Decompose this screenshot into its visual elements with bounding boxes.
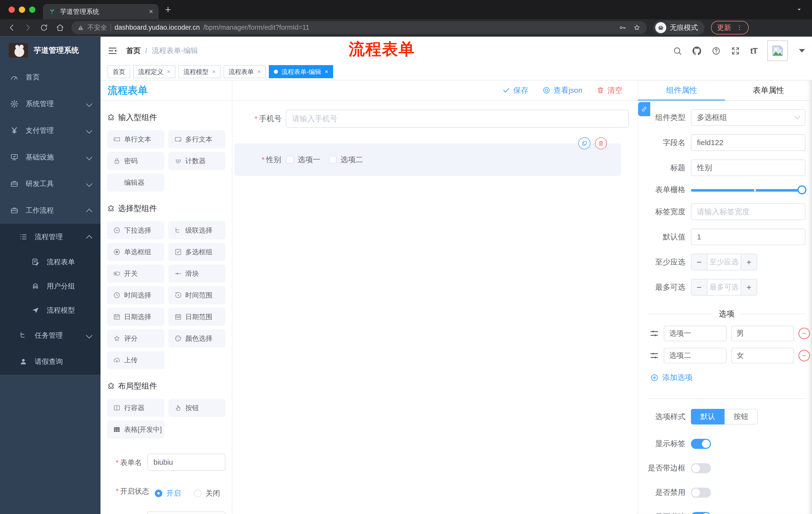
title-input[interactable] [691, 159, 806, 176]
style-button-button[interactable]: 按钮 [725, 409, 758, 425]
canvas-field-phone[interactable]: 手机号 请输入手机号 [232, 110, 629, 128]
copy-component-button[interactable] [578, 137, 590, 150]
gender-option-2[interactable]: 选项二 [329, 155, 363, 165]
border-toggle[interactable] [691, 463, 711, 473]
fullscreen-icon[interactable] [731, 46, 740, 56]
sidebar-item-leave-query[interactable]: 请假查询 [0, 349, 100, 375]
tag-process-definition[interactable]: 流程定义× [133, 65, 175, 78]
github-icon[interactable] [692, 46, 701, 56]
font-size-icon[interactable]: tT [750, 46, 757, 56]
palette-item-rate[interactable]: 评分 [107, 329, 164, 348]
forward-icon[interactable] [24, 23, 32, 32]
palette-item-single-text[interactable]: 单行文本 [107, 130, 164, 148]
zoom-window-button[interactable] [29, 6, 35, 13]
palette-item-select[interactable]: 下拉选择 [107, 221, 164, 239]
sidebar-item-user-group[interactable]: 用户分组 [0, 274, 100, 298]
window-controls[interactable] [8, 6, 35, 13]
tag-process-form-edit[interactable]: 流程表单-编辑× [269, 65, 333, 78]
user-menu-caret-icon[interactable] [799, 49, 805, 53]
decrease-button[interactable]: − [691, 279, 707, 295]
checkbox[interactable] [286, 156, 294, 163]
status-radio-off[interactable]: 关闭 [194, 488, 220, 498]
remark-textarea[interactable]: 嘿嘿 [147, 512, 225, 514]
palette-item-checkbox-group[interactable]: 多选框组 [168, 243, 226, 261]
sidebar-item-devtools[interactable]: 研发工具 [0, 170, 100, 197]
palette-item-counter[interactable]: 123计数器 [168, 152, 226, 170]
status-radio-on[interactable]: 开启 [155, 488, 181, 498]
close-icon[interactable]: × [257, 68, 261, 75]
option-1-label-input[interactable] [664, 326, 727, 341]
sidebar-item-system[interactable]: 系统管理 [0, 90, 100, 117]
add-option-button[interactable]: 添加选项 [650, 373, 812, 383]
default-value-input[interactable] [691, 228, 806, 245]
show-label-toggle[interactable] [691, 439, 711, 449]
drag-handle-icon[interactable] [649, 351, 659, 360]
sidebar-item-process-model[interactable]: 流程模型 [0, 298, 100, 322]
back-icon[interactable] [7, 23, 16, 32]
sidebar-item-process-form[interactable]: 流程表单 [0, 250, 100, 274]
option-2-label-input[interactable] [664, 348, 727, 363]
disabled-toggle[interactable] [691, 488, 711, 498]
save-button[interactable]: 保存 [502, 85, 528, 96]
bookmark-star-icon[interactable] [633, 24, 641, 31]
field-name-input[interactable] [691, 134, 806, 151]
update-button[interactable]: 更新 [711, 21, 749, 34]
tag-process-form[interactable]: 流程表单× [224, 65, 266, 78]
max-select-value[interactable]: 最多可选 [707, 279, 741, 295]
option-2-value-input[interactable] [731, 348, 794, 363]
style-default-button[interactable]: 默认 [691, 409, 725, 425]
canvas-field-gender-selected[interactable]: 性别 选项一 选项二 [234, 143, 621, 176]
help-icon[interactable] [712, 46, 721, 56]
remove-option-button[interactable]: − [799, 328, 810, 339]
home-icon[interactable] [56, 23, 64, 32]
palette-item-button[interactable]: 按钮 [168, 399, 226, 417]
palette-item-date-picker[interactable]: 日期选择 [107, 308, 164, 326]
tab-form-props[interactable]: 表单属性 [725, 80, 812, 100]
browser-menu-icon[interactable] [736, 24, 743, 31]
tab-search-caret-icon[interactable] [795, 6, 803, 13]
sidebar-item-task-mgmt[interactable]: 任务管理 [0, 322, 100, 349]
avatar[interactable] [767, 40, 788, 61]
close-icon[interactable]: × [325, 68, 328, 75]
minimize-window-button[interactable] [19, 6, 25, 13]
close-icon[interactable]: × [212, 68, 215, 75]
gender-option-1[interactable]: 选项一 [286, 155, 320, 165]
required-toggle[interactable] [691, 512, 711, 514]
sidebar-collapse-icon[interactable] [108, 46, 118, 56]
address-bar[interactable]: 不安全 dashboard.yudao.iocoder.cn/bpm/manag… [71, 21, 647, 34]
palette-item-slider[interactable]: 滑块 [168, 265, 226, 283]
slider-track[interactable] [691, 189, 806, 192]
label-width-input[interactable] [691, 204, 806, 220]
palette-item-radio-group[interactable]: 单选框组 [107, 243, 164, 261]
palette-item-switch[interactable]: 开关 [107, 265, 164, 283]
increase-button[interactable]: + [741, 279, 757, 295]
min-select-value[interactable]: 至少应选 [707, 254, 741, 270]
phone-input[interactable]: 请输入手机号 [286, 110, 629, 128]
close-window-button[interactable] [8, 6, 15, 13]
drag-handle-icon[interactable] [649, 328, 659, 339]
palette-item-table[interactable]: 表格[开发中] [107, 421, 164, 438]
clear-button[interactable]: 清空 [597, 85, 622, 96]
drawer-handle[interactable] [638, 102, 650, 116]
palette-item-date-range[interactable]: 日期范围 [168, 308, 226, 326]
sidebar-item-infra[interactable]: 基础设施 [0, 144, 100, 170]
close-icon[interactable]: × [167, 68, 170, 75]
grid-slider[interactable] [691, 185, 806, 195]
sidebar-item-process-mgmt[interactable]: 流程管理 [0, 224, 100, 250]
palette-item-multi-text[interactable]: 多行文本 [168, 130, 226, 148]
palette-item-time-range[interactable]: 时间范围 [168, 286, 226, 304]
tab-close-icon[interactable]: × [149, 7, 153, 16]
palette-item-color-picker[interactable]: 颜色选择 [168, 329, 226, 348]
sidebar-item-workflow[interactable]: 工作流程 [0, 197, 100, 224]
tag-home[interactable]: 首页 [108, 65, 130, 78]
browser-tab[interactable]: 芋道管理系统 × [43, 4, 158, 19]
new-tab-button[interactable]: + [165, 4, 171, 15]
palette-item-upload[interactable]: 上传 [107, 351, 164, 369]
view-json-button[interactable]: 查看json [543, 85, 582, 96]
palette-item-editor[interactable]: 编辑器 [107, 173, 164, 192]
palette-item-time-picker[interactable]: 时间选择 [107, 286, 164, 304]
search-icon[interactable] [673, 46, 682, 56]
reload-icon[interactable] [40, 23, 48, 32]
palette-item-row-container[interactable]: 行容器 [107, 399, 164, 417]
tab-component-props[interactable]: 组件属性 [638, 80, 725, 100]
